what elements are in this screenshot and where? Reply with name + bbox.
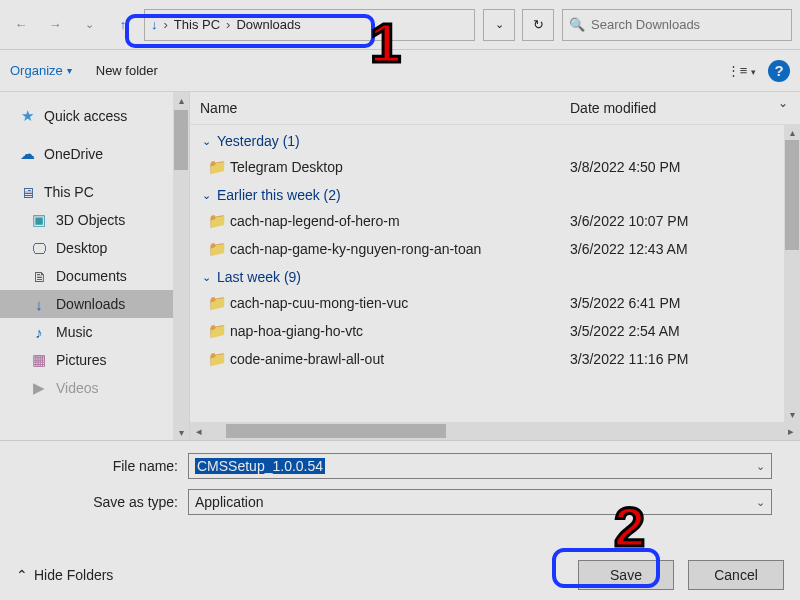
- chevron-down-icon[interactable]: ⌄: [756, 496, 765, 509]
- breadcrumb-this-pc[interactable]: This PC: [174, 17, 220, 32]
- breadcrumb-downloads[interactable]: Downloads: [236, 17, 300, 32]
- file-row[interactable]: 📁nap-hoa-giang-ho-vtc3/5/2022 2:54 AM: [208, 317, 800, 345]
- file-row[interactable]: 📁cach-nap-cuu-mong-tien-vuc3/5/2022 6:41…: [208, 289, 800, 317]
- group-header-yesterday[interactable]: ⌄Yesterday (1): [202, 133, 800, 149]
- save-button[interactable]: Save: [578, 560, 674, 590]
- pictures-icon: ▦: [30, 351, 48, 369]
- column-headers: Name Date modified: [190, 92, 800, 125]
- scroll-right-icon[interactable]: ▸: [782, 422, 800, 440]
- star-icon: ★: [18, 107, 36, 125]
- cube-icon: ▣: [30, 211, 48, 229]
- cancel-button[interactable]: Cancel: [688, 560, 784, 590]
- file-row[interactable]: 📁cach-nap-legend-of-hero-m3/6/2022 10:07…: [208, 207, 800, 235]
- save-type-value: Application: [195, 494, 264, 510]
- hide-folders-toggle[interactable]: ⌃ Hide Folders: [16, 567, 113, 583]
- scroll-down-icon[interactable]: ▾: [784, 406, 800, 422]
- nav-up-button[interactable]: ↑: [110, 12, 136, 38]
- group-header-last-week[interactable]: ⌄Last week (9): [202, 269, 800, 285]
- chevron-down-icon: ⌄: [202, 189, 211, 202]
- group-header-earlier-week[interactable]: ⌄Earlier this week (2): [202, 187, 800, 203]
- sort-indicator-icon[interactable]: ⌄: [778, 96, 788, 110]
- chevron-down-icon: ⌄: [202, 135, 211, 148]
- file-row[interactable]: 📁code-anime-brawl-all-out3/3/2022 11:16 …: [208, 345, 800, 373]
- folder-icon: 📁: [208, 322, 230, 340]
- filename-value: CMSSetup_1.0.0.54: [195, 458, 325, 474]
- chevron-down-icon: ⌄: [202, 271, 211, 284]
- filename-label: File name:: [0, 458, 188, 474]
- sidebar-scrollbar[interactable]: ▴ ▾: [173, 92, 189, 440]
- music-icon: ♪: [30, 324, 48, 341]
- folder-icon: 📁: [208, 158, 230, 176]
- breadcrumb-sep-icon: ›: [226, 17, 230, 32]
- vertical-scrollbar[interactable]: ▴ ▾: [784, 124, 800, 422]
- download-icon: ↓: [30, 296, 48, 313]
- save-form: File name: CMSSetup_1.0.0.54 ⌄ Save as t…: [0, 440, 800, 517]
- file-row[interactable]: 📁Telegram Desktop3/8/2022 4:50 PM: [208, 153, 800, 181]
- document-icon: 🗎: [30, 268, 48, 285]
- sidebar-item-3d-objects[interactable]: ▣3D Objects: [0, 206, 189, 234]
- scrollbar-thumb[interactable]: [785, 140, 799, 250]
- folder-icon: 📁: [208, 240, 230, 258]
- scrollbar-thumb[interactable]: [174, 110, 188, 170]
- search-placeholder: Search Downloads: [591, 17, 700, 32]
- downloads-arrow-icon: ↓: [151, 17, 158, 32]
- breadcrumb-sep-icon: ›: [164, 17, 168, 32]
- sidebar-item-quick-access[interactable]: ★Quick access: [0, 102, 189, 130]
- sidebar-item-videos[interactable]: ▶Videos: [0, 374, 189, 402]
- file-list-area: ⌄ Name Date modified ⌄Yesterday (1) 📁Tel…: [190, 92, 800, 440]
- sidebar-item-pictures[interactable]: ▦Pictures: [0, 346, 189, 374]
- sidebar-item-onedrive[interactable]: ☁OneDrive: [0, 140, 189, 168]
- address-bar[interactable]: ↓ › This PC › Downloads: [144, 9, 475, 41]
- navigation-pane: ★Quick access ☁OneDrive 🖥This PC ▣3D Obj…: [0, 92, 190, 440]
- organize-menu[interactable]: Organize▾: [10, 63, 72, 78]
- search-input[interactable]: 🔍 Search Downloads: [562, 9, 792, 41]
- scroll-left-icon[interactable]: ◂: [190, 422, 208, 440]
- search-icon: 🔍: [569, 17, 585, 32]
- save-type-select[interactable]: Application ⌄: [188, 489, 772, 515]
- chevron-up-icon: ⌃: [16, 567, 28, 583]
- address-history-button[interactable]: ⌄: [483, 9, 515, 41]
- chevron-down-icon[interactable]: ⌄: [756, 460, 765, 473]
- refresh-button[interactable]: ↻: [522, 9, 554, 41]
- scrollbar-thumb[interactable]: [226, 424, 446, 438]
- callout-label-2: 2: [614, 494, 645, 559]
- new-folder-button[interactable]: New folder: [96, 63, 158, 78]
- file-row[interactable]: 📁cach-nap-game-ky-nguyen-rong-an-toan3/6…: [208, 235, 800, 263]
- sidebar-item-music[interactable]: ♪Music: [0, 318, 189, 346]
- scroll-up-icon[interactable]: ▴: [173, 92, 189, 108]
- sidebar-item-desktop[interactable]: 🖵Desktop: [0, 234, 189, 262]
- folder-icon: 📁: [208, 294, 230, 312]
- column-header-name[interactable]: Name: [200, 100, 570, 116]
- help-button[interactable]: ?: [768, 60, 790, 82]
- scroll-up-icon[interactable]: ▴: [784, 124, 800, 140]
- sidebar-item-documents[interactable]: 🗎Documents: [0, 262, 189, 290]
- folder-icon: 📁: [208, 350, 230, 368]
- nav-back-button[interactable]: ←: [8, 12, 34, 38]
- footer-bar: ⌃ Hide Folders Save Cancel: [0, 560, 800, 590]
- folder-icon: 📁: [208, 212, 230, 230]
- view-layout-button[interactable]: ⋮≡ ▾: [727, 63, 756, 78]
- scroll-down-icon[interactable]: ▾: [173, 424, 189, 440]
- cloud-icon: ☁: [18, 145, 36, 163]
- nav-recent-dropdown[interactable]: ⌄: [76, 12, 102, 38]
- callout-label-1: 1: [370, 10, 401, 75]
- sidebar-item-downloads[interactable]: ↓Downloads: [0, 290, 189, 318]
- column-header-date[interactable]: Date modified: [570, 100, 790, 116]
- videos-icon: ▶: [30, 379, 48, 397]
- desktop-icon: 🖵: [30, 240, 48, 257]
- save-type-label: Save as type:: [0, 494, 188, 510]
- filename-input[interactable]: CMSSetup_1.0.0.54 ⌄: [188, 453, 772, 479]
- sidebar-item-this-pc[interactable]: 🖥This PC: [0, 178, 189, 206]
- horizontal-scrollbar[interactable]: ◂ ▸: [190, 422, 800, 440]
- nav-forward-button[interactable]: →: [42, 12, 68, 38]
- pc-icon: 🖥: [18, 184, 36, 201]
